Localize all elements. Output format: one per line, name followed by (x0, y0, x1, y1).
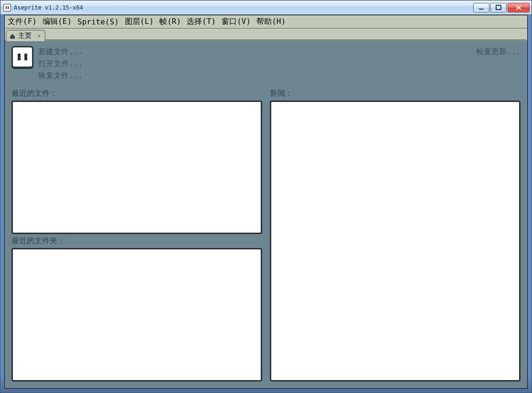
menu-file[interactable]: 文件(F) (8, 17, 37, 27)
recent-folders-box[interactable] (11, 248, 262, 382)
news-label: 新闻： (270, 89, 521, 99)
quick-actions: 新建文件... 打开文件... 恢复文件... (38, 46, 83, 81)
minimize-button[interactable] (473, 3, 489, 12)
open-file-link[interactable]: 打开文件... (38, 59, 83, 69)
news-box[interactable] (270, 101, 521, 382)
tab-strip: 主页 × (5, 29, 527, 40)
app-body: 文件(F) 编辑(E) Sprite(S) 图层(L) 帧(R) 选择(T) 窗… (4, 15, 528, 389)
menu-bar: 文件(F) 编辑(E) Sprite(S) 图层(L) 帧(R) 选择(T) 窗… (5, 15, 527, 29)
tab-strip-remainder (44, 30, 526, 40)
svg-rect-1 (496, 5, 501, 10)
menu-help[interactable]: 帮助(H) (256, 17, 286, 27)
menu-layer[interactable]: 图层(L) (125, 17, 154, 27)
tab-close-icon[interactable]: × (34, 33, 41, 39)
recent-files-label: 最近的文件： (11, 89, 262, 99)
home-panels: 最近的文件： 最近的文件夹： 新闻： (11, 89, 521, 382)
menu-select[interactable]: 选择(T) (187, 17, 216, 27)
svg-rect-0 (479, 9, 484, 10)
window-controls (473, 3, 530, 12)
menu-edit[interactable]: 编辑(E) (43, 17, 72, 27)
app-icon (3, 4, 11, 11)
home-icon (10, 33, 15, 39)
tab-home-label: 主页 (18, 32, 32, 40)
window-title: Aseprite v1.2.15-x64 (14, 4, 83, 11)
home-view: 新建文件... 打开文件... 恢复文件... 检查更新... 最近的文件： 最… (5, 40, 527, 388)
tab-home[interactable]: 主页 × (6, 30, 45, 41)
recover-file-link[interactable]: 恢复文件... (38, 71, 83, 81)
app-window: Aseprite v1.2.15-x64 文件(F) 编辑(E) Sprite(… (0, 0, 532, 393)
maximize-button[interactable] (490, 3, 507, 12)
recent-files-box[interactable] (11, 101, 262, 234)
check-updates: 检查更新... (476, 46, 521, 57)
menu-frame[interactable]: 帧(R) (159, 17, 181, 27)
check-updates-link[interactable]: 检查更新... (476, 47, 521, 56)
menu-window[interactable]: 窗口(V) (222, 17, 251, 27)
recent-folders-label: 最近的文件夹： (11, 236, 262, 246)
new-file-link[interactable]: 新建文件... (38, 47, 83, 57)
top-links: 新建文件... 打开文件... 恢复文件... 检查更新... (11, 46, 521, 81)
close-button[interactable] (508, 3, 530, 12)
aseprite-logo-icon (11, 46, 33, 68)
menu-sprite[interactable]: Sprite(S) (78, 17, 119, 26)
titlebar[interactable]: Aseprite v1.2.15-x64 (0, 0, 532, 15)
